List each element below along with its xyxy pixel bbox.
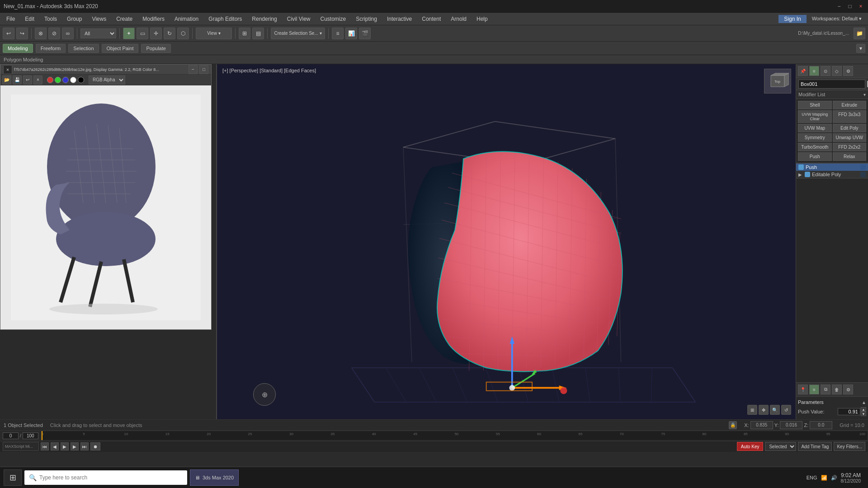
menu-views[interactable]: Views bbox=[87, 15, 111, 23]
tab-object-paint[interactable]: Object Paint bbox=[102, 44, 139, 53]
viewport-cube[interactable]: Top bbox=[764, 69, 791, 94]
select-link-button[interactable]: ⊗ bbox=[35, 28, 47, 39]
show-result-on-off[interactable]: ⊙ bbox=[821, 66, 830, 76]
undo-img-btn[interactable]: ↩ bbox=[23, 75, 32, 84]
align-button[interactable]: ▤ bbox=[252, 28, 264, 39]
configure-btn[interactable]: ⚙ bbox=[843, 66, 853, 76]
select-button[interactable]: ✦ bbox=[123, 28, 135, 39]
zoom-btn[interactable]: 🔍 bbox=[770, 405, 780, 415]
color-red[interactable] bbox=[47, 77, 53, 83]
maxscript-listener[interactable]: MAXScript Mi... bbox=[3, 442, 39, 451]
make-unique-btn[interactable]: ◇ bbox=[832, 66, 842, 76]
mod-btn-unwrap-uvw[interactable]: Unwrap UVW bbox=[833, 133, 867, 142]
image-window-close-btn[interactable]: × bbox=[3, 65, 12, 74]
copy-modifier-btn[interactable]: ⧉ bbox=[821, 385, 830, 394]
mod-btn-symmetry[interactable]: Symmetry bbox=[798, 133, 832, 142]
mod-btn-relax[interactable]: Relax bbox=[833, 152, 867, 161]
menu-civil-view[interactable]: Civil View bbox=[283, 15, 315, 23]
path-browse-button[interactable]: 📁 bbox=[854, 28, 865, 39]
channel-dropdown[interactable]: RGB Alpha RGB Alpha bbox=[89, 75, 125, 84]
reference-coord-dropdown[interactable]: View ▾ bbox=[196, 28, 232, 39]
mod-btn-extrude[interactable]: Extrude bbox=[833, 101, 867, 109]
timeline-track[interactable]: 0 5 10 15 20 25 30 35 40 45 50 55 60 65 … bbox=[41, 431, 868, 441]
graph-editors-button[interactable]: 📊 bbox=[345, 28, 357, 39]
open-file-btn[interactable]: 📂 bbox=[2, 75, 11, 84]
menu-arnold[interactable]: Arnold bbox=[446, 15, 471, 23]
play-btn[interactable]: ▶ bbox=[61, 442, 69, 450]
menu-graph-editors[interactable]: Graph Editors bbox=[204, 15, 246, 23]
3d-viewport[interactable]: [+] [Perspective] [Standard] [Edged Face… bbox=[217, 64, 796, 419]
scale-button[interactable]: ⬡ bbox=[177, 28, 189, 39]
parameters-header[interactable]: Parameters ▲ bbox=[798, 399, 866, 406]
menu-group[interactable]: Group bbox=[62, 15, 86, 23]
key-mode-dropdown[interactable]: Selected All bbox=[765, 442, 796, 451]
move-button[interactable]: ✛ bbox=[150, 28, 162, 39]
go-to-end-btn[interactable]: ⏭ bbox=[80, 442, 89, 450]
taskbar-item-3dsmax[interactable]: 🖥 3ds Max 2020 bbox=[190, 469, 239, 486]
show-result-btn[interactable]: ≡ bbox=[809, 66, 819, 76]
close-button[interactable]: × bbox=[857, 3, 864, 10]
menu-content[interactable]: Content bbox=[417, 15, 445, 23]
tab-populate[interactable]: Populate bbox=[141, 44, 170, 53]
push-value-up-btn[interactable]: ▲ bbox=[861, 407, 866, 412]
color-green[interactable] bbox=[55, 77, 61, 83]
mod-btn-uvw-mapping-clear[interactable]: UVW Mapping Clear bbox=[798, 110, 832, 123]
push-value-down-btn[interactable]: ▼ bbox=[861, 412, 866, 416]
mod-btn-uvw-map[interactable]: UVW Map bbox=[798, 124, 832, 132]
mod-btn-edit-poly[interactable]: Edit Poly bbox=[833, 124, 867, 132]
minimize-button[interactable]: − bbox=[835, 3, 843, 10]
color-black[interactable] bbox=[78, 77, 84, 83]
mirror-button[interactable]: ⊞ bbox=[239, 28, 250, 39]
stack-item-push[interactable]: Push bbox=[796, 164, 868, 171]
image-window-minimize[interactable]: − bbox=[189, 65, 198, 74]
stack-item-editable-poly[interactable]: ▶ Editable Poly bbox=[796, 171, 868, 178]
prev-frame-btn[interactable]: ◀ bbox=[51, 442, 59, 450]
mod-btn-ffd-3x3x3[interactable]: FFD 3x3x3 bbox=[833, 110, 867, 123]
mod-btn-push[interactable]: Push bbox=[798, 152, 832, 161]
auto-key-button[interactable]: Auto Key bbox=[737, 442, 764, 451]
close-img-btn[interactable]: × bbox=[33, 75, 42, 84]
lock-pin-btn[interactable]: 📍 bbox=[798, 385, 808, 394]
tab-freeform[interactable]: Freeform bbox=[36, 44, 66, 53]
save-file-btn[interactable]: 💾 bbox=[13, 75, 22, 84]
create-selection-button[interactable]: Create Selection Se... ▾ bbox=[271, 28, 325, 39]
menu-rendering[interactable]: Rendering bbox=[247, 15, 281, 23]
pan-btn[interactable]: ✥ bbox=[759, 405, 769, 415]
key-filters-button[interactable]: Key Filters... bbox=[834, 442, 865, 451]
unlink-button[interactable]: ⊘ bbox=[48, 28, 60, 39]
tab-selection[interactable]: Selection bbox=[68, 44, 99, 53]
image-window-maximize[interactable]: □ bbox=[199, 65, 208, 74]
color-blue[interactable] bbox=[62, 77, 69, 83]
menu-interactive[interactable]: Interactive bbox=[382, 15, 416, 23]
redo-button[interactable]: ↪ bbox=[16, 28, 28, 39]
zoom-extents-btn[interactable]: ⊞ bbox=[747, 405, 757, 415]
bind-space-warp[interactable]: ∞ bbox=[62, 28, 74, 39]
go-to-start-btn[interactable]: ⏮ bbox=[41, 442, 49, 450]
sign-in-button[interactable]: Sign In bbox=[778, 15, 806, 23]
workspaces-dropdown[interactable]: Workspaces: Default ▾ bbox=[807, 15, 866, 23]
timeline-cursor[interactable] bbox=[42, 431, 42, 440]
mod-btn-ffd-2x2x2[interactable]: FFD 2x2x2 bbox=[833, 143, 867, 151]
menu-animation[interactable]: Animation bbox=[170, 15, 203, 23]
tab-modeling[interactable]: Modeling bbox=[3, 44, 33, 53]
config-modifier-btn[interactable]: ⚙ bbox=[843, 385, 853, 394]
pin-stack-btn[interactable]: 📌 bbox=[798, 66, 808, 76]
rotate-button[interactable]: ↻ bbox=[164, 28, 175, 39]
modifier-list-dropdown[interactable]: Modifier List ▾ bbox=[796, 90, 868, 99]
x-coord-input[interactable] bbox=[750, 421, 773, 429]
layer-button[interactable]: ≡ bbox=[332, 28, 344, 39]
push-value-input[interactable]: 0.91 bbox=[838, 408, 860, 415]
render-setup-button[interactable]: 🎬 bbox=[359, 28, 371, 39]
selection-filter-dropdown[interactable]: All Geometry Shapes bbox=[80, 28, 116, 38]
y-coord-input[interactable] bbox=[780, 421, 802, 429]
menu-edit[interactable]: Edit bbox=[20, 15, 39, 23]
color-white[interactable] bbox=[70, 77, 76, 83]
select-region-button[interactable]: ▭ bbox=[137, 28, 148, 39]
menu-tools[interactable]: Tools bbox=[40, 15, 61, 23]
delete-modifier-btn[interactable]: 🗑 bbox=[832, 385, 842, 394]
menu-customize[interactable]: Customize bbox=[316, 15, 351, 23]
end-frame-input[interactable] bbox=[23, 432, 38, 439]
current-frame-input[interactable] bbox=[3, 432, 19, 439]
menu-create[interactable]: Create bbox=[112, 15, 137, 23]
z-coord-input[interactable] bbox=[810, 421, 832, 429]
